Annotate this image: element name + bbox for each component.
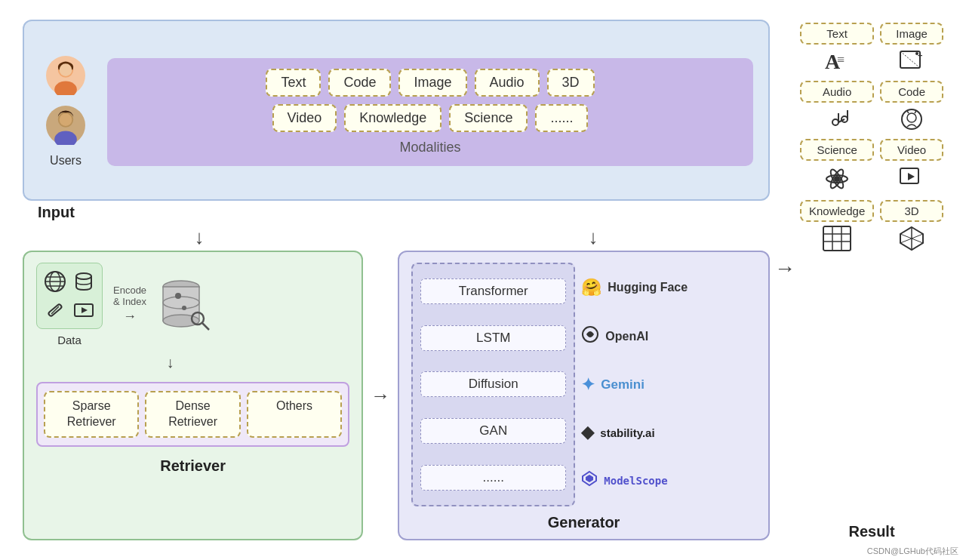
svg-point-40 [902,109,921,129]
arrow-retriever-generator: → [368,251,393,540]
huggingface-label: Hugging Face [608,281,688,294]
audio-icon [823,106,851,133]
modality-row-2: Video Knowledge Science ...... [119,104,741,132]
film-icon [72,298,96,322]
knowledge-icon [822,225,852,252]
3d-icon [898,225,925,252]
modalities-box: Text Code Image Audio 3D Video Knowledge… [107,58,753,166]
modelscope-icon [581,470,598,491]
retriever-top: Data Encode & Index → [36,263,349,346]
main-container: Users Text Code Image Audio 3D Video Kno… [15,12,951,548]
pill-icon [43,298,67,322]
model-diffusion: Diffusion [420,371,566,397]
svg-point-23 [182,306,186,310]
arrow-down-retriever: ↓ [194,226,204,249]
science-icon [822,164,852,194]
model-gan: GAN [420,418,566,444]
video-icon [898,164,925,191]
svg-line-43 [915,111,916,113]
svg-marker-49 [908,173,915,180]
modality-image: Image [398,69,466,97]
result-code-tag: Code [880,81,943,103]
result-section: Text A ≡ Image [800,20,943,540]
brand-huggingface: 🤗 Hugging Face [581,278,756,297]
huggingface-icon: 🤗 [581,278,601,297]
stability-label: stability.ai [600,426,654,439]
left-panel: Users Text Code Image Audio 3D Video Kno… [23,20,770,540]
retriever-tags-row: SparseRetriever DenseRetriever Others [36,382,349,447]
users-column: Users [39,56,92,168]
result-audio-tag: Audio [800,81,874,103]
database-icon [72,269,96,294]
data-icons-box [36,263,103,329]
retriever-down-arrow: ↓ [167,354,174,371]
modality-audio: Audio [475,69,540,97]
result-text-tag: Text [800,23,874,45]
input-section: Users Text Code Image Audio 3D Video Kno… [23,20,770,201]
avatar-male [46,106,85,145]
text-icon: A ≡ [823,48,851,75]
result-image: Image + [880,23,943,75]
result-code: Code [880,81,943,133]
openai-label: OpenAI [605,330,648,343]
result-grid: Text A ≡ Image [800,23,943,518]
result-video-tag: Video [880,139,943,161]
encode-label: Encode & Index [113,285,146,307]
svg-point-7 [60,113,72,126]
generator-inner: Transformer LSTM Diffusion GAN ...... 🤗 … [411,263,756,506]
brand-stability: ◆ stability.ai [581,423,756,442]
avatar-female [46,56,85,95]
magnifier-icon [189,310,212,333]
bottom-section-row: Data Encode & Index → [23,251,770,540]
users-label: Users [50,154,82,168]
gen-brands-col: 🤗 Hugging Face OpenAI ✦ [581,263,756,506]
result-science: Science [800,139,874,194]
stability-icon: ◆ [581,423,594,442]
data-label: Data [57,334,82,346]
gemini-icon: ✦ [581,375,595,395]
svg-point-22 [175,293,181,299]
arrow-to-result: → [774,257,795,303]
gemini-label: Gemini [601,377,645,392]
result-text: Text A ≡ [800,23,874,75]
svg-line-25 [202,323,209,330]
retriever-label: Retriever [36,457,349,475]
svg-line-42 [907,111,909,113]
svg-point-35 [832,119,838,125]
svg-point-44 [834,176,840,182]
modality-text: Text [266,69,321,97]
modalities-label: Modalities [119,140,741,155]
modality-other: ...... [535,104,588,132]
result-image-tag: Image [880,23,943,45]
model-lstm: LSTM [420,325,566,351]
code-icon [898,106,925,133]
full-layout: Users Text Code Image Audio 3D Video Kno… [23,20,943,540]
svg-rect-50 [823,226,851,251]
modality-code: Code [328,69,391,97]
model-transformer: Transformer [420,278,566,304]
result-3d-tag: 3D [880,200,943,222]
arrow-down-row: ↓ ↓ [23,221,770,251]
openai-icon [581,325,599,348]
brand-gemini: ✦ Gemini [581,375,756,395]
svg-marker-28 [586,475,593,482]
dense-retriever-tag: DenseRetriever [145,391,240,438]
modality-knowledge: Knowledge [344,104,441,132]
gen-models-col: Transformer LSTM Diffusion GAN ...... [411,263,575,506]
svg-point-24 [192,312,204,325]
svg-point-41 [907,113,916,122]
globe-icon [43,269,67,294]
modality-row-1: Text Code Image Audio 3D [119,69,741,97]
svg-point-3 [60,63,72,76]
arrow-down-generator: ↓ [589,226,598,249]
brand-modelscope: ModelScope [581,470,756,491]
generator-label: Generator [411,514,756,531]
image-icon: + [898,48,925,75]
modality-video: Video [272,104,337,132]
svg-point-13 [76,273,91,279]
others-tag: Others [247,391,342,438]
watermark: CSDN@LGHub代码社区 [867,546,958,557]
svg-text:+: + [918,51,922,60]
result-knowledge: Knowledge [800,200,874,252]
result-3d: 3D [880,200,943,252]
